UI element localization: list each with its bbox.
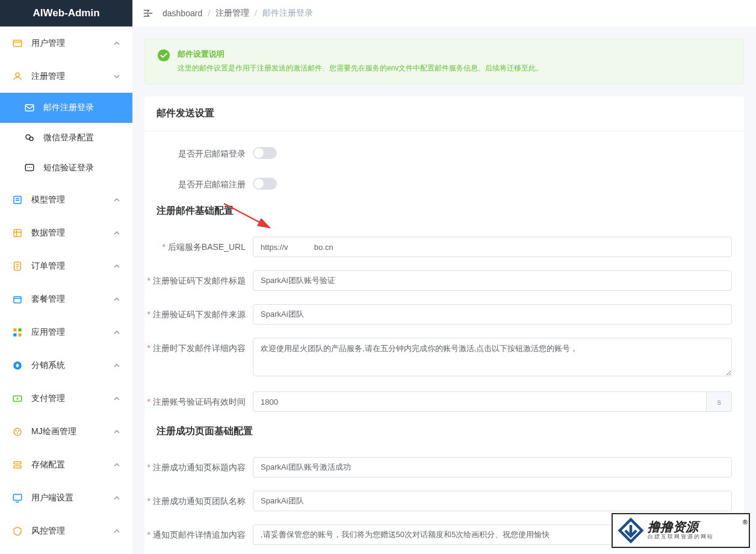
- svg-point-21: [16, 430, 17, 431]
- svg-rect-26: [13, 494, 22, 500]
- sidebar-item-pay-manage[interactable]: 支付管理: [0, 382, 132, 415]
- collapse-button[interactable]: [142, 7, 155, 20]
- sidebar-item-label: 用户端设置: [31, 493, 113, 503]
- expire-suffix: s: [707, 391, 732, 412]
- header-bar: dashboard/注册管理/邮件注册登录: [132, 0, 756, 26]
- sidebar-item-data-manage[interactable]: 数据管理: [0, 216, 132, 249]
- email-from-input[interactable]: [253, 304, 732, 325]
- switch-email-login[interactable]: [253, 147, 277, 159]
- sidebar-item-label: 风控管理: [31, 526, 113, 537]
- svg-rect-16: [19, 333, 22, 336]
- sidebar-item-label: MJ绘画管理: [31, 426, 113, 437]
- sidebar: AIWeb-Admin 用户管理注册管理邮件注册登录微信登录配置短信验证登录模型…: [0, 0, 132, 554]
- success-detail-label: *通知页邮件详情追加内容: [144, 524, 253, 541]
- sidebar-item-label: 用户管理: [31, 38, 113, 49]
- success-team-input[interactable]: [253, 491, 732, 511]
- submenu-item-label: 微信登录配置: [43, 132, 94, 143]
- watermark-brand: 撸撸资源: [648, 520, 698, 534]
- submenu-item-wechat[interactable]: 微信登录配置: [0, 123, 132, 153]
- svg-point-23: [17, 432, 18, 434]
- main: dashboard/注册管理/邮件注册登录 邮件设置说明 这里的邮件设置是作用于…: [132, 0, 756, 554]
- svg-rect-2: [25, 105, 34, 111]
- breadcrumb-item: 邮件注册登录: [262, 8, 313, 19]
- info-alert: 邮件设置说明 这里的邮件设置是作用于注册发送的激活邮件、您需要先在服务的env文…: [144, 39, 744, 84]
- expire-input[interactable]: [253, 391, 707, 412]
- sidebar-item-label: 套餐管理: [31, 294, 113, 305]
- sidebar-menu: 用户管理注册管理邮件注册登录微信登录配置短信验证登录模型管理数据管理订单管理套餐…: [0, 26, 132, 554]
- sidebar-item-model-manage[interactable]: 模型管理: [0, 183, 132, 216]
- svg-rect-14: [19, 328, 22, 331]
- svg-point-19: [17, 397, 19, 399]
- svg-rect-13: [13, 328, 16, 331]
- svg-rect-24: [14, 461, 21, 464]
- sidebar-item-label: 存储配置: [31, 459, 113, 470]
- success-title-label: *注册成功通知页标题内容: [144, 457, 253, 474]
- svg-point-22: [18, 430, 19, 431]
- success-team-label: *注册成功通知页团队名称: [144, 491, 253, 508]
- sidebar-item-user-manage[interactable]: 用户管理: [0, 26, 132, 60]
- svg-point-20: [14, 428, 21, 435]
- submenu-item-mail[interactable]: 邮件注册登录: [0, 93, 132, 123]
- user-manage-icon: [12, 38, 23, 49]
- submenu-item-label: 邮件注册登录: [43, 102, 94, 113]
- alert-desc: 这里的邮件设置是作用于注册发送的激活邮件、您需要先在服务的env文件中配置邮件服…: [178, 63, 543, 74]
- email-title-input[interactable]: [253, 270, 732, 291]
- success-title-input[interactable]: [253, 457, 732, 478]
- breadcrumb: dashboard/注册管理/邮件注册登录: [163, 8, 313, 19]
- watermark-badge: 撸撸资源® 白嫖互联网资源的网站: [612, 513, 750, 548]
- email-content-textarea[interactable]: [253, 338, 732, 376]
- sidebar-item-storage[interactable]: 存储配置: [0, 448, 132, 481]
- svg-rect-12: [14, 296, 21, 303]
- client-set-icon: [12, 493, 23, 503]
- section-title-success-page: 注册成功页面基础配置: [156, 425, 732, 438]
- sidebar-item-package-manage[interactable]: 套餐管理: [0, 282, 132, 316]
- svg-rect-25: [14, 465, 21, 468]
- email-content-label: *注册时下发邮件详细内容: [144, 338, 253, 355]
- watermark-logo-icon: [618, 517, 644, 544]
- svg-rect-15: [13, 333, 16, 336]
- svg-point-8: [31, 167, 32, 169]
- package-manage-icon: [12, 294, 23, 305]
- model-manage-icon: [12, 195, 23, 205]
- sidebar-item-mj-manage[interactable]: MJ绘画管理: [0, 415, 132, 448]
- hamburger-icon: [142, 7, 154, 19]
- distrib-icon: [12, 360, 23, 371]
- mail-icon: [24, 102, 35, 113]
- svg-point-7: [29, 167, 30, 169]
- sidebar-item-risk[interactable]: 风控管理: [0, 514, 132, 547]
- sidebar-item-order-manage[interactable]: 订单管理: [0, 249, 132, 282]
- section-title-register-email: 注册邮件基础配置: [156, 205, 732, 217]
- base-url-label: *后端服务BASE_URL: [144, 237, 253, 254]
- sidebar-item-distrib[interactable]: 分销系统: [0, 349, 132, 382]
- mj-manage-icon: [12, 426, 23, 437]
- sidebar-item-app-manage[interactable]: 应用管理: [0, 316, 132, 349]
- expire-label: *注册账号验证码有效时间: [144, 391, 253, 408]
- svg-point-1: [16, 73, 19, 76]
- pay-manage-icon: [12, 393, 23, 404]
- base-url-input[interactable]: [253, 237, 732, 257]
- wechat-icon: [24, 132, 35, 143]
- card-header: 邮件发送设置: [144, 96, 744, 131]
- sidebar-item-label: 订单管理: [31, 261, 113, 272]
- app-manage-icon: [12, 327, 23, 338]
- content-area: 邮件设置说明 这里的邮件设置是作用于注册发送的激活邮件、您需要先在服务的env文…: [132, 26, 756, 554]
- alert-title: 邮件设置说明: [178, 49, 543, 60]
- svg-point-6: [27, 167, 28, 169]
- storage-icon: [12, 459, 23, 470]
- submenu-item-label: 短信验证登录: [43, 163, 94, 173]
- breadcrumb-item[interactable]: dashboard: [163, 8, 202, 18]
- sidebar-item-label: 支付管理: [31, 393, 113, 404]
- sidebar-item-label: 数据管理: [31, 228, 113, 238]
- risk-icon: [12, 526, 23, 537]
- switch-email-login-label: 是否开启邮箱登录: [144, 143, 253, 160]
- svg-point-27: [158, 49, 170, 61]
- sidebar-item-register-manage[interactable]: 注册管理: [0, 60, 132, 93]
- submenu-item-sms[interactable]: 短信验证登录: [0, 153, 132, 183]
- data-manage-icon: [12, 228, 23, 238]
- settings-card: 邮件发送设置 是否开启邮箱登录 是否开启邮箱注册 注册邮件基础配置: [144, 96, 744, 554]
- sidebar-item-client-set[interactable]: 用户端设置: [0, 481, 132, 514]
- sidebar-item-label: 注册管理: [31, 71, 113, 82]
- order-manage-icon: [12, 261, 23, 272]
- breadcrumb-item[interactable]: 注册管理: [215, 8, 249, 19]
- switch-email-register[interactable]: [253, 178, 277, 190]
